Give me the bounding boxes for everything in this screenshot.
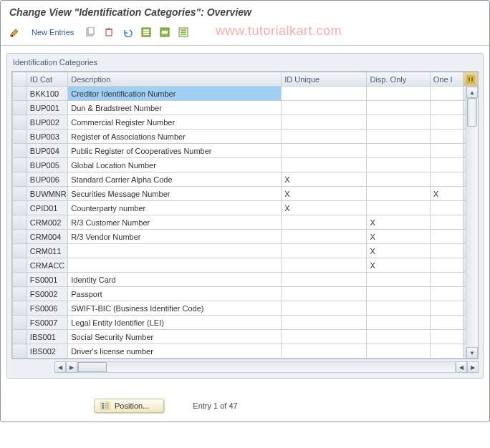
scroll-thumb[interactable] [467,98,477,127]
cell-description[interactable]: Counterparty number [68,201,282,215]
cell-disp-only[interactable] [367,87,430,101]
cell-description[interactable]: Social Security Number [68,330,282,344]
table-row[interactable]: BUP006Standard Carrier Alpha CodeX [13,172,478,187]
cell-one[interactable] [430,258,463,273]
table-row[interactable]: FS0002Passport [13,287,478,301]
cell-idcat[interactable]: IBS002 [27,344,67,359]
row-selector[interactable] [13,244,27,258]
cell-idcat[interactable]: BUP005 [27,158,67,172]
cell-one[interactable] [430,115,463,130]
cell-id-unique[interactable]: X [282,187,367,201]
row-selector[interactable] [13,187,27,201]
scroll-right-icon[interactable]: ▶ [66,361,77,373]
cell-description[interactable]: Identity Card [68,273,282,287]
table-row[interactable]: IBS001Social Security Number [13,330,478,344]
cell-disp-only[interactable] [367,301,430,316]
cell-one[interactable] [430,130,463,144]
cell-disp-only[interactable] [367,130,430,144]
row-selector[interactable] [13,158,27,172]
row-selector[interactable] [13,115,27,130]
cell-id-unique[interactable] [282,158,367,172]
horizontal-scrollbar[interactable]: ◀ ▶ ◀ ▶ [54,361,479,374]
cell-idcat[interactable]: FS0002 [27,287,67,301]
cell-id-unique[interactable] [282,87,367,101]
table-row[interactable]: IBS002Driver's license number [13,344,478,359]
row-selector-header[interactable] [13,72,27,87]
cell-description[interactable]: Register of Associations Number [68,130,282,144]
cell-id-unique[interactable] [282,287,367,301]
scroll-up-icon[interactable]: ▲ [466,87,478,98]
vertical-scrollbar[interactable]: ▲ ▼ [466,87,478,359]
table-row[interactable]: CRMACCX [13,258,478,273]
cell-idcat[interactable]: BUP001 [27,101,67,115]
cell-idcat[interactable]: CRM011 [27,244,67,258]
cell-id-unique[interactable] [282,301,367,316]
cell-id-unique[interactable] [282,344,367,359]
row-selector[interactable] [13,215,27,230]
cell-disp-only[interactable] [367,201,430,215]
cell-description[interactable]: R/3 Customer Number [68,215,282,230]
cell-idcat[interactable]: IBS001 [27,330,67,344]
row-selector[interactable] [13,101,27,115]
scroll-down-icon[interactable]: ▼ [466,347,478,359]
cell-disp-only[interactable] [367,316,430,330]
table-row[interactable]: BUP005Global Location Number [13,158,478,172]
row-selector[interactable] [13,144,27,158]
cell-one[interactable] [430,330,463,344]
cell-description[interactable]: SWIFT-BIC (Business Identifier Code) [68,301,282,316]
cell-description[interactable]: Public Register of Cooperatives Number [68,144,282,158]
cell-one[interactable] [430,101,463,115]
row-selector[interactable] [13,258,27,273]
cell-id-unique[interactable] [282,115,367,130]
table-row[interactable]: BUP004Public Register of Cooperatives Nu… [13,144,478,158]
table-row[interactable]: BUP001Dun & Bradstreet Number [13,101,478,115]
col-description[interactable]: Description [68,72,282,87]
cell-id-unique[interactable] [282,258,367,273]
scroll-left-end-icon[interactable]: ◀ [456,361,467,373]
table-row[interactable]: BUP002Commercial Register Number [13,115,478,130]
table-row[interactable]: FS0001Identity Card [13,273,478,287]
cell-id-unique[interactable] [282,330,367,344]
hscroll-track[interactable] [77,361,456,373]
cell-disp-only[interactable] [367,344,430,359]
cell-disp-only[interactable] [367,101,430,115]
cell-idcat[interactable]: BUP003 [27,130,67,144]
cell-disp-only[interactable] [367,287,430,301]
cell-one[interactable] [430,172,463,187]
cell-idcat[interactable]: FS0001 [27,273,67,287]
cell-one[interactable] [430,316,463,330]
cell-one[interactable] [430,230,463,244]
cell-idcat[interactable]: BUP004 [27,144,67,158]
cell-idcat[interactable]: BUP002 [27,115,67,130]
table-row[interactable]: BUP003Register of Associations Number [13,130,478,144]
row-selector[interactable] [13,330,27,344]
cell-description[interactable]: Securities Message Number [68,187,282,201]
col-id-unique[interactable]: ID Unique [282,72,367,87]
cell-disp-only[interactable] [367,273,430,287]
row-selector[interactable] [13,287,27,301]
cell-id-unique[interactable] [282,215,367,230]
row-selector[interactable] [13,130,27,144]
cell-description[interactable]: Creditor Identification Number [68,87,282,101]
cell-disp-only[interactable] [367,330,430,344]
cell-id-unique[interactable]: X [282,201,367,215]
cell-description[interactable] [68,244,282,258]
row-selector[interactable] [13,301,27,316]
cell-one[interactable] [430,144,463,158]
cell-idcat[interactable]: BKK100 [27,87,67,101]
cell-id-unique[interactable] [282,316,367,330]
col-one[interactable]: One I [430,72,463,87]
table-row[interactable]: CRM004R/3 Vendor NumberX [13,230,478,244]
cell-disp-only[interactable] [367,172,430,187]
row-selector[interactable] [13,87,27,101]
row-selector[interactable] [13,201,27,215]
cell-one[interactable] [430,215,463,230]
row-selector[interactable] [13,344,27,359]
cell-disp-only[interactable] [367,158,430,172]
table-row[interactable]: FS0006SWIFT-BIC (Business Identifier Cod… [13,301,478,316]
table-row[interactable]: CRM002R/3 Customer NumberX [13,215,478,230]
table-row[interactable]: FS0007Legal Entity Identifier (LEI) [13,316,478,330]
cell-disp-only[interactable]: X [367,258,430,273]
cell-idcat[interactable]: FS0007 [27,316,67,330]
cell-id-unique[interactable] [282,101,367,115]
